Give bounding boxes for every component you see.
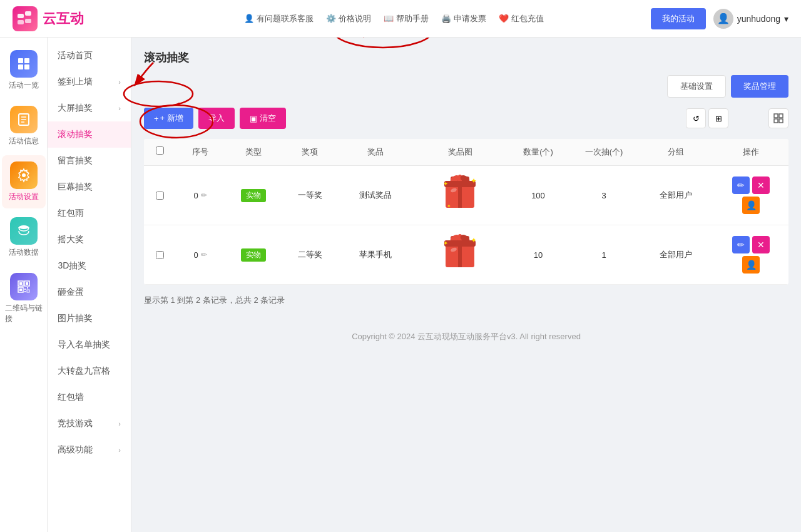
my-activity-button[interactable]: 我的活动 bbox=[651, 8, 706, 29]
svg-rect-19 bbox=[19, 289, 22, 291]
sidebar-item-activities[interactable]: 活动一览 bbox=[2, 44, 46, 97]
clear-button[interactable]: ▣ 清空 bbox=[240, 108, 286, 129]
menu-item-sports[interactable]: 竞技游戏 › bbox=[48, 411, 131, 437]
sidebar-item-data[interactable]: 活动数据 bbox=[2, 211, 46, 264]
svg-point-12 bbox=[22, 173, 26, 177]
qr-icon bbox=[10, 273, 38, 300]
main-content: 滚动抽奖 基础设置 奖品管理 bbox=[131, 38, 801, 532]
type-badge: 实物 bbox=[241, 189, 266, 202]
row1-quantity: 100 bbox=[507, 191, 569, 200]
svg-rect-22 bbox=[24, 291, 26, 292]
sidebar-label-info: 活动信息 bbox=[9, 136, 39, 146]
page-title: 滚动抽奖 bbox=[144, 50, 788, 65]
menu-item-giant[interactable]: 巨幕抽奖 bbox=[48, 174, 131, 200]
import-label: 导入 bbox=[208, 113, 225, 123]
menu-item-import[interactable]: 导入名单抽奖 bbox=[48, 332, 131, 358]
sidebar-item-qr[interactable]: 二维码与链接 bbox=[2, 267, 46, 330]
svg-rect-20 bbox=[24, 289, 26, 290]
menu-item-redrain[interactable]: 红包雨 bbox=[48, 200, 131, 227]
menu-item-egg[interactable]: 砸金蛋 bbox=[48, 279, 131, 305]
menu-item-home[interactable]: 活动首页 bbox=[48, 43, 131, 69]
svg-point-13 bbox=[19, 225, 29, 229]
row1-draw-count: 3 bbox=[569, 191, 638, 200]
menu-item-photo[interactable]: 图片抽奖 bbox=[48, 305, 131, 332]
delete-row2-button[interactable]: ✕ bbox=[752, 236, 770, 253]
menu-item-advanced[interactable]: 高级功能 › bbox=[48, 437, 131, 463]
user-dropdown-icon: ▾ bbox=[784, 14, 788, 24]
row2-quantity: 10 bbox=[507, 250, 569, 260]
sidebar-item-info[interactable]: 活动信息 bbox=[2, 100, 46, 153]
row1-checkbox[interactable] bbox=[144, 192, 175, 200]
import-button[interactable]: 导入 bbox=[198, 108, 235, 129]
prize-management-tab[interactable]: 奖品管理 bbox=[731, 75, 788, 98]
row2-actions: ✏ ✕ 👤 bbox=[713, 236, 788, 274]
nav-help[interactable]: 📖 帮助手册 bbox=[384, 13, 429, 24]
menu-item-bigscreen[interactable]: 大屏抽奖 › bbox=[48, 95, 131, 121]
refresh-button[interactable]: ↺ bbox=[686, 108, 706, 128]
svg-rect-6 bbox=[18, 64, 23, 69]
th-checkbox bbox=[144, 146, 175, 158]
row2-draw-count: 1 bbox=[569, 250, 638, 260]
menu-item-redwall[interactable]: 红包墙 bbox=[48, 384, 131, 411]
row2-seq: 0 ✏ bbox=[175, 250, 225, 260]
basic-settings-tab[interactable]: 基础设置 bbox=[667, 75, 726, 98]
nav-price[interactable]: ⚙️ 价格说明 bbox=[326, 13, 371, 24]
svg-rect-1 bbox=[25, 11, 31, 16]
add-button[interactable]: + + 新增 bbox=[144, 108, 193, 129]
edit-row1-button[interactable]: ✏ bbox=[732, 176, 750, 194]
toolbar: + + 新增 导入 ▣ 清空 ↺ ⊞ bbox=[144, 108, 788, 129]
row2-type: 实物 bbox=[225, 248, 282, 262]
svg-rect-4 bbox=[18, 58, 23, 63]
menu-item-signin[interactable]: 签到上墙 › bbox=[48, 69, 131, 95]
row2-checkbox[interactable] bbox=[144, 251, 175, 259]
menu-item-message[interactable]: 留言抽奖 bbox=[48, 148, 131, 174]
nav-support[interactable]: 👤 有问题联系客服 bbox=[244, 13, 314, 24]
menu-item-3d[interactable]: 3D抽奖 bbox=[48, 253, 131, 279]
menu-item-wheel[interactable]: 大转盘九宫格 bbox=[48, 358, 131, 384]
th-seq: 序号 bbox=[175, 146, 225, 158]
edit-seq-icon[interactable]: ✏ bbox=[201, 250, 207, 259]
menu-sidebar: 活动首页 签到上墙 › 大屏抽奖 › 滚动抽奖 留言抽奖 巨幕抽奖 红包雨 摇大… bbox=[48, 38, 131, 532]
svg-rect-5 bbox=[24, 58, 29, 63]
action-row: 基础设置 奖品管理 bbox=[144, 75, 788, 98]
delete-row1-button[interactable]: ✕ bbox=[752, 176, 770, 194]
menu-item-scroll[interactable]: 滚动抽奖 bbox=[48, 121, 131, 148]
user-avatar: 👤 bbox=[713, 9, 733, 29]
edit-row2-button[interactable]: ✏ bbox=[732, 236, 750, 253]
select-all-checkbox[interactable] bbox=[156, 146, 164, 155]
svg-rect-3 bbox=[25, 19, 31, 23]
plus-icon: + bbox=[154, 114, 159, 123]
th-item: 奖品 bbox=[338, 146, 413, 158]
user-area[interactable]: 👤 yunhudong ▾ bbox=[713, 9, 788, 29]
logo: 云互动 bbox=[13, 6, 138, 31]
user-row1-button[interactable]: 👤 bbox=[742, 197, 760, 214]
nav-recharge[interactable]: ❤️ 红包充值 bbox=[499, 13, 544, 24]
sidebar-label-activities: 活动一览 bbox=[9, 80, 39, 91]
menu-item-shake[interactable]: 摇大奖 bbox=[48, 227, 131, 253]
edit-seq-icon[interactable]: ✏ bbox=[201, 191, 207, 200]
clear-icon: ▣ bbox=[250, 114, 257, 123]
table-row: 0 ✏ 实物 二等奖 苹果手机 bbox=[144, 225, 788, 285]
brand-name: 云互动 bbox=[43, 9, 84, 28]
data-icon bbox=[10, 217, 38, 245]
footer: Copyright © 2024 云互动现场互动服务平台v3. All righ… bbox=[144, 319, 788, 355]
row2-image: ✦ ✦ bbox=[413, 233, 507, 277]
sidebar-label-settings: 活动设置 bbox=[9, 192, 39, 202]
svg-rect-49 bbox=[458, 243, 462, 267]
table-header: 序号 类型 奖项 奖品 奖品图 数量(个) 一次抽(个) 分组 操作 bbox=[144, 139, 788, 166]
svg-rect-15 bbox=[19, 282, 22, 285]
expand-button[interactable]: ⊞ bbox=[708, 108, 728, 128]
icon-sidebar: 活动一览 活动信息 活动设置 活动数据 二维码与链接 bbox=[0, 38, 48, 532]
sidebar-label-qr: 二维码与链接 bbox=[5, 303, 43, 324]
th-type: 类型 bbox=[225, 146, 282, 158]
th-group: 分组 bbox=[638, 146, 713, 158]
svg-rect-23 bbox=[27, 290, 29, 292]
top-nav: 云互动 👤 有问题联系客服 ⚙️ 价格说明 📖 帮助手册 🖨️ 申请发票 ❤️ … bbox=[0, 0, 801, 38]
layout: 活动一览 活动信息 活动设置 活动数据 二维码与链接 bbox=[0, 38, 801, 532]
grid-button[interactable] bbox=[768, 108, 788, 128]
sidebar-item-settings[interactable]: 活动设置 bbox=[2, 155, 46, 208]
nav-invoice[interactable]: 🖨️ 申请发票 bbox=[441, 13, 486, 24]
user-row2-button[interactable]: 👤 bbox=[742, 256, 760, 274]
th-image: 奖品图 bbox=[413, 146, 507, 158]
type-badge: 实物 bbox=[241, 248, 266, 262]
